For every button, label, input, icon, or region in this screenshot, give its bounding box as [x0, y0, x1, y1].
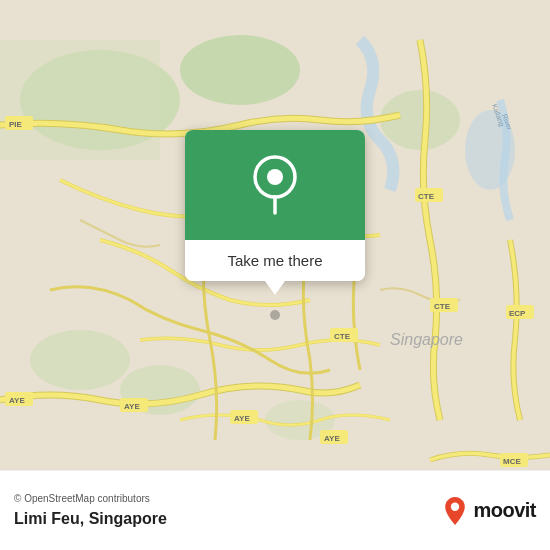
svg-text:MCE: MCE	[503, 457, 521, 466]
svg-point-32	[270, 310, 280, 320]
osm-attribution: © OpenStreetMap contributors	[14, 493, 167, 504]
svg-rect-3	[0, 40, 160, 160]
svg-point-2	[180, 35, 300, 105]
svg-text:AYE: AYE	[234, 414, 250, 423]
svg-text:Singapore: Singapore	[390, 331, 463, 348]
take-me-there-button[interactable]: Take me there	[185, 240, 365, 281]
svg-point-35	[451, 502, 459, 510]
svg-text:AYE: AYE	[9, 396, 25, 405]
moovit-pin-icon	[441, 497, 469, 525]
svg-text:AYE: AYE	[324, 434, 340, 443]
moovit-text: moovit	[473, 499, 536, 522]
svg-text:AYE: AYE	[124, 402, 140, 411]
svg-point-34	[267, 169, 283, 185]
svg-text:ECP: ECP	[509, 309, 526, 318]
svg-text:CTE: CTE	[434, 302, 451, 311]
info-left: © OpenStreetMap contributors Limi Feu, S…	[14, 493, 167, 528]
map-container: PIE CTE CTE CTE AYE AYE AYE AYE ECP MCE	[0, 0, 550, 550]
moovit-logo: moovit	[441, 497, 536, 525]
popup-card: Take me there	[185, 130, 365, 281]
svg-text:PIE: PIE	[9, 120, 23, 129]
location-name: Limi Feu, Singapore	[14, 510, 167, 528]
info-bar: © OpenStreetMap contributors Limi Feu, S…	[0, 470, 550, 550]
location-pin-icon	[250, 155, 300, 215]
svg-point-5	[30, 330, 130, 390]
svg-text:CTE: CTE	[334, 332, 351, 341]
svg-text:CTE: CTE	[418, 192, 435, 201]
popup-green-top	[185, 130, 365, 240]
